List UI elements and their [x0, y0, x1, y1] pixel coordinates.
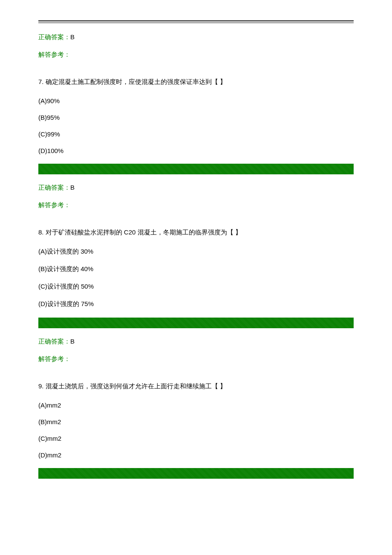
page-container: 正确答案：B 解答参考： 7. 确定混凝土施工配制强度时，应使混凝土的强度保证率… — [0, 0, 392, 479]
question-stem: 确定混凝土施工配制强度时，应使混凝土的强度保证率达到【 】 — [46, 78, 226, 85]
explanation-line: 解答参考： — [38, 201, 354, 209]
answer-line: 正确答案：B — [38, 184, 354, 192]
answer-line: 正确答案：B — [38, 33, 354, 41]
answer-label: 正确答案： — [38, 184, 70, 191]
separator-bar — [38, 318, 354, 328]
option-a: (A)mm2 — [38, 402, 354, 409]
separator-bar — [38, 164, 354, 174]
option-b: (B)设计强度的 40% — [38, 265, 354, 273]
option-a: (A)90% — [38, 97, 354, 104]
question-number: 7. — [38, 78, 46, 85]
question-number: 8. — [38, 228, 46, 236]
content-area: 正确答案：B 解答参考： 7. 确定混凝土施工配制强度时，应使混凝土的强度保证率… — [38, 23, 354, 479]
answer-value: B — [70, 33, 75, 40]
separator-bar — [38, 468, 354, 479]
option-d: (D)100% — [38, 147, 354, 154]
option-c: (C)设计强度的 50% — [38, 283, 354, 291]
answer-line: 正确答案：B — [38, 338, 354, 346]
question-stem: 混凝土浇筑后，强度达到何值才允许在上面行走和继续施工【 】 — [46, 382, 226, 390]
option-c: (C)99% — [38, 130, 354, 138]
answer-label: 正确答案： — [38, 33, 70, 40]
answer-label: 正确答案： — [38, 338, 70, 345]
header-border-wrap — [38, 0, 354, 23]
answer-value: B — [70, 184, 75, 191]
question-block: 7. 确定混凝土施工配制强度时，应使混凝土的强度保证率达到【 】 (A)90% … — [38, 77, 354, 209]
header-border-thick — [38, 20, 354, 21]
option-b: (B)mm2 — [38, 418, 354, 425]
option-b: (B)95% — [38, 114, 354, 121]
question-stem: 对于矿渣硅酸盐水泥拌制的 C20 混凝土，冬期施工的临界强度为【 】 — [46, 228, 242, 236]
option-c: (C)mm2 — [38, 435, 354, 442]
question-block: 9. 混凝土浇筑后，强度达到何值才允许在上面行走和继续施工【 】 (A)mm2 … — [38, 381, 354, 479]
explanation-line: 解答参考： — [38, 355, 354, 363]
option-d: (D)mm2 — [38, 451, 354, 459]
question-text: 9. 混凝土浇筑后，强度达到何值才允许在上面行走和继续施工【 】 — [38, 381, 354, 391]
question-text: 7. 确定混凝土施工配制强度时，应使混凝土的强度保证率达到【 】 — [38, 77, 354, 87]
answer-value: B — [70, 338, 75, 345]
option-a: (A)设计强度的 30% — [38, 248, 354, 256]
question-number: 9. — [38, 382, 46, 390]
option-d: (D)设计强度的 75% — [38, 300, 354, 308]
explanation-line: 解答参考： — [38, 51, 354, 59]
question-block: 8. 对于矿渣硅酸盐水泥拌制的 C20 混凝土，冬期施工的临界强度为【 】 (A… — [38, 227, 354, 363]
question-text: 8. 对于矿渣硅酸盐水泥拌制的 C20 混凝土，冬期施工的临界强度为【 】 — [38, 227, 354, 237]
